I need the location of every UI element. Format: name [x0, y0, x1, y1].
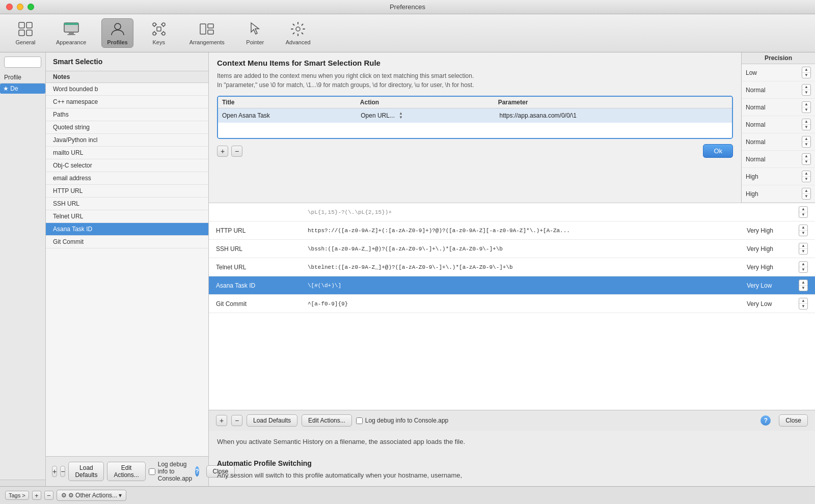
- ss-row-10[interactable]: Telnet URL: [46, 210, 208, 223]
- help-button-bottom[interactable]: ?: [760, 415, 771, 426]
- precision-column: Precision Low ▲▼ Normal ▲▼ Normal ▲▼: [741, 52, 815, 203]
- close-button-bottom[interactable]: Close: [779, 414, 808, 427]
- pattern-stepper-http[interactable]: ▲▼: [799, 225, 808, 236]
- cm-col-action-header: Action: [360, 99, 498, 106]
- ss-add-button[interactable]: +: [52, 466, 57, 477]
- cm-add-button[interactable]: +: [217, 146, 228, 157]
- ss-column-header: Notes: [46, 71, 208, 83]
- precision-stepper-2[interactable]: ▲▼: [802, 101, 811, 113]
- precision-stepper-4[interactable]: ▲▼: [802, 136, 811, 148]
- ss-row-2[interactable]: Paths: [46, 108, 208, 121]
- help-button[interactable]: ?: [195, 466, 199, 477]
- toolbar-item-arrangements[interactable]: Arrangements: [184, 19, 230, 47]
- pattern-row-0[interactable]: \pL{1,15}-?(\.\pL{2,15})+ ▲▼: [209, 203, 815, 221]
- toolbar-item-appearance[interactable]: Appearance: [51, 19, 91, 47]
- close-button[interactable]: [6, 4, 13, 10]
- tags-add-button[interactable]: +: [32, 491, 41, 500]
- pattern-stepper-asana[interactable]: ▲▼: [799, 279, 808, 291]
- auto-profile-desc: Any session will switch to this profile …: [217, 470, 807, 481]
- log-debug-row-bottom: Log debug info to Console.app: [356, 417, 448, 424]
- precision-stepper-3[interactable]: ▲▼: [802, 119, 811, 130]
- cm-empty-row[interactable]: [218, 123, 732, 138]
- bottom-add-button[interactable]: +: [216, 415, 227, 426]
- sidebar-profile-label: Profile: [0, 72, 45, 83]
- minimize-button[interactable]: [17, 4, 23, 10]
- tags-remove-button[interactable]: −: [44, 491, 53, 500]
- window-controls[interactable]: [6, 4, 34, 10]
- log-debug-row: Log debug info to Console.app: [149, 461, 192, 482]
- action-stepper[interactable]: ▲ ▼: [399, 111, 403, 120]
- svg-rect-1: [26, 22, 32, 28]
- sidebar-profile-item[interactable]: ★ De: [0, 83, 45, 94]
- auto-profile-title: Automatic Profile Switching: [217, 459, 807, 467]
- other-actions-button[interactable]: ⚙ ⚙ Other Actions... ▾: [57, 490, 126, 501]
- semantic-history-text: When you activate Semantic History on a …: [209, 431, 815, 453]
- log-debug-checkbox[interactable]: [149, 468, 155, 475]
- precision-stepper-1[interactable]: ▲▼: [802, 84, 811, 96]
- toolbar-profiles-label: Profiles: [107, 39, 127, 45]
- pattern-row-git[interactable]: Git Commit ^[a-f0-9]{9} Very Low ▲▼: [209, 295, 815, 313]
- ss-row-6[interactable]: Obj-C selector: [46, 159, 208, 172]
- pattern-row-telnet[interactable]: Telnet URL \btelnet:([a-z0-9A-Z_]+@)?([a…: [209, 258, 815, 276]
- svg-point-13: [162, 32, 165, 35]
- precision-stepper-7[interactable]: ▲▼: [802, 188, 811, 200]
- cm-table-row-0[interactable]: Open Asana Task Open URL... ▲ ▼ https://…: [218, 108, 732, 123]
- precision-stepper-0[interactable]: ▲▼: [802, 67, 811, 78]
- ss-row-5[interactable]: mailto URL: [46, 147, 208, 159]
- toolbar-item-keys[interactable]: Keys: [144, 19, 174, 47]
- pattern-stepper-top[interactable]: ▲▼: [799, 206, 808, 218]
- ss-row-0[interactable]: Word bounded b: [46, 83, 208, 96]
- ss-row-9[interactable]: SSH URL: [46, 198, 208, 210]
- log-debug-checkbox-bottom[interactable]: [356, 417, 363, 424]
- ss-col-notes-header: Notes: [53, 73, 201, 80]
- precision-stepper-5[interactable]: ▲▼: [802, 153, 811, 165]
- svg-rect-24: [208, 30, 213, 34]
- bottom-edit-actions-button[interactable]: Edit Actions...: [302, 414, 352, 427]
- precision-row-6: High ▲▼: [742, 168, 815, 185]
- sidebar-search[interactable]: [4, 57, 41, 68]
- cm-remove-button[interactable]: −: [231, 146, 242, 157]
- pattern-stepper-telnet[interactable]: ▲▼: [799, 261, 808, 273]
- precision-row-1: Normal ▲▼: [742, 81, 815, 99]
- pattern-row-ssh[interactable]: SSH URL \bssh:([a-z0-9A-Z_]+@)?([a-zA-Z0…: [209, 240, 815, 258]
- ss-row-1[interactable]: C++ namespace: [46, 96, 208, 108]
- precision-header: Precision: [742, 52, 815, 64]
- gear-icon: ⚙: [61, 492, 67, 499]
- cm-actions-row: + − Ok: [217, 144, 733, 158]
- precision-stepper-6[interactable]: ▲▼: [802, 171, 811, 182]
- precision-row-5: Normal ▲▼: [742, 151, 815, 168]
- toolbar-item-advanced[interactable]: Advanced: [281, 19, 316, 47]
- toolbar-item-general[interactable]: General: [10, 19, 41, 47]
- toolbar-item-profiles[interactable]: Profiles: [101, 18, 133, 48]
- ss-row-11[interactable]: Asana Task ID: [46, 223, 208, 236]
- cm-ok-button[interactable]: Ok: [703, 144, 733, 158]
- context-menu-dialog-content: Context Menu Items for Smart Selection R…: [209, 52, 741, 203]
- ss-row-7[interactable]: email address: [46, 172, 208, 185]
- bottom-remove-button[interactable]: −: [231, 415, 242, 426]
- precision-row-0: Low ▲▼: [742, 64, 815, 81]
- maximize-button[interactable]: [28, 4, 34, 10]
- svg-rect-23: [208, 24, 213, 28]
- toolbar-item-pointer[interactable]: Pointer: [240, 19, 270, 47]
- cm-col-title-header: Title: [222, 99, 360, 106]
- edit-actions-button[interactable]: Edit Actions...: [107, 462, 145, 481]
- ss-row-3[interactable]: Quoted string: [46, 121, 208, 134]
- pattern-stepper-git[interactable]: ▲▼: [799, 298, 808, 310]
- tags-button[interactable]: Tags >: [5, 491, 29, 500]
- precision-row-2: Normal ▲▼: [742, 99, 815, 116]
- ss-remove-button[interactable]: −: [60, 466, 65, 477]
- load-defaults-button[interactable]: Load Defaults: [68, 462, 104, 481]
- ss-row-12[interactable]: Git Commit: [46, 236, 208, 248]
- svg-rect-3: [26, 30, 32, 36]
- toolbar-general-label: General: [15, 39, 35, 45]
- toolbar-keys-label: Keys: [152, 39, 165, 45]
- bottom-load-defaults-button[interactable]: Load Defaults: [247, 414, 297, 427]
- ss-list[interactable]: Word bounded b C++ namespace Paths Quote…: [46, 83, 208, 456]
- ss-row-8[interactable]: HTTP URL: [46, 185, 208, 198]
- patterns-area: \pL{1,15}-?(\.\pL{2,15})+ ▲▼ HTTP URL ht…: [209, 203, 815, 410]
- pattern-row-asana[interactable]: Asana Task ID \[#(\d+)\] Very Low ▲▼: [209, 276, 815, 295]
- ss-row-4[interactable]: Java/Python incl: [46, 134, 208, 147]
- pattern-stepper-ssh[interactable]: ▲▼: [799, 243, 808, 255]
- pattern-row-http[interactable]: HTTP URL https?://([a-z0-9A-Z]+(:[a-zA-Z…: [209, 221, 815, 240]
- patterns-table: \pL{1,15}-?(\.\pL{2,15})+ ▲▼ HTTP URL ht…: [209, 203, 815, 410]
